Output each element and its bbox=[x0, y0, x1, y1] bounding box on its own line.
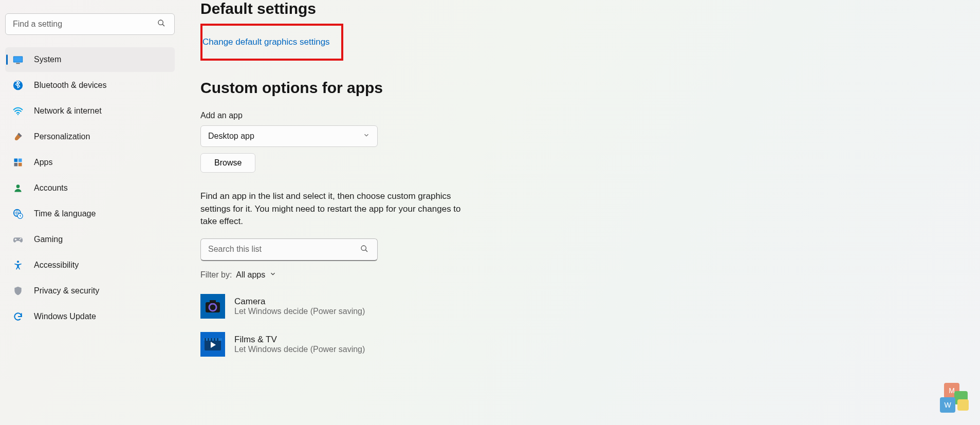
default-settings-heading: Default settings bbox=[200, 0, 959, 17]
wifi-icon bbox=[12, 105, 24, 117]
list-search-wrap bbox=[200, 238, 378, 261]
svg-rect-27 bbox=[208, 338, 209, 341]
svg-rect-10 bbox=[19, 163, 22, 167]
svg-rect-30 bbox=[217, 338, 218, 341]
chevron-down-icon bbox=[363, 132, 370, 141]
search-icon bbox=[360, 245, 368, 255]
help-text: Find an app in the list and select it, t… bbox=[200, 190, 478, 228]
nav-label: Windows Update bbox=[34, 312, 96, 321]
svg-rect-29 bbox=[214, 338, 215, 341]
sidebar: System Bluetooth & devices Network & int… bbox=[0, 0, 180, 425]
chevron-down-icon bbox=[269, 270, 276, 280]
nav-label: Personalization bbox=[34, 132, 90, 141]
svg-point-0 bbox=[158, 20, 163, 25]
svg-rect-25 bbox=[204, 338, 222, 341]
filter-value: All apps bbox=[236, 270, 265, 280]
list-search-input[interactable] bbox=[200, 238, 378, 261]
watermark-yellow bbox=[957, 399, 969, 411]
globe-clock-icon bbox=[12, 208, 24, 219]
svg-point-15 bbox=[20, 238, 21, 239]
nav-label: Accessibility bbox=[34, 261, 79, 270]
find-setting-search-wrap bbox=[5, 13, 175, 35]
nav-label: Privacy & security bbox=[34, 286, 99, 295]
svg-line-18 bbox=[365, 250, 367, 252]
nav-item-bluetooth[interactable]: Bluetooth & devices bbox=[5, 73, 175, 98]
filter-row[interactable]: Filter by: All apps bbox=[200, 270, 959, 280]
svg-point-17 bbox=[361, 246, 366, 250]
svg-rect-3 bbox=[14, 57, 23, 62]
nav-label: Time & language bbox=[34, 209, 96, 218]
nav-item-personalization[interactable]: Personalization bbox=[5, 124, 175, 149]
camera-app-icon bbox=[200, 294, 225, 319]
filter-label: Filter by: bbox=[200, 270, 232, 280]
svg-point-6 bbox=[17, 114, 19, 115]
app-title: Films & TV bbox=[234, 335, 365, 345]
custom-options-heading: Custom options for apps bbox=[200, 79, 959, 97]
app-title: Camera bbox=[234, 297, 365, 307]
brush-icon bbox=[12, 131, 24, 142]
svg-rect-26 bbox=[205, 338, 206, 341]
highlight-box: Change default graphics settings bbox=[200, 24, 343, 61]
add-app-label: Add an app bbox=[200, 111, 959, 120]
search-icon bbox=[157, 19, 165, 29]
svg-rect-22 bbox=[210, 300, 216, 303]
svg-point-16 bbox=[17, 261, 19, 263]
update-icon bbox=[12, 311, 24, 322]
nav-label: System bbox=[34, 55, 61, 64]
nav-item-system[interactable]: System bbox=[5, 47, 175, 72]
svg-rect-7 bbox=[14, 159, 18, 162]
nav-item-accounts[interactable]: Accounts bbox=[5, 176, 175, 200]
nav: System Bluetooth & devices Network & int… bbox=[5, 47, 175, 330]
gamepad-icon bbox=[12, 234, 24, 245]
nav-item-privacy[interactable]: Privacy & security bbox=[5, 279, 175, 303]
nav-label: Gaming bbox=[34, 235, 63, 244]
app-type-select[interactable]: Desktop app bbox=[200, 125, 378, 147]
nav-label: Apps bbox=[34, 158, 52, 167]
nav-label: Accounts bbox=[34, 183, 68, 193]
app-sub: Let Windows decide (Power saving) bbox=[234, 345, 365, 354]
watermark-w: W bbox=[940, 397, 955, 413]
nav-item-time-language[interactable]: Time & language bbox=[5, 201, 175, 226]
find-setting-input[interactable] bbox=[5, 13, 175, 35]
browse-button[interactable]: Browse bbox=[200, 153, 255, 173]
display-icon bbox=[12, 54, 24, 65]
app-row-films[interactable]: Films & TV Let Windows decide (Power sav… bbox=[200, 332, 959, 357]
select-value: Desktop app bbox=[208, 132, 254, 141]
nav-item-apps[interactable]: Apps bbox=[5, 150, 175, 175]
nav-item-windows-update[interactable]: Windows Update bbox=[5, 304, 175, 329]
svg-rect-4 bbox=[16, 63, 20, 64]
svg-rect-28 bbox=[211, 338, 212, 341]
svg-rect-9 bbox=[14, 163, 18, 167]
watermark-logo: M W bbox=[937, 382, 968, 413]
app-row-camera[interactable]: Camera Let Windows decide (Power saving) bbox=[200, 294, 959, 319]
main-content: Default settings Change default graphics… bbox=[180, 0, 980, 425]
nav-item-network[interactable]: Network & internet bbox=[5, 99, 175, 123]
change-default-graphics-link[interactable]: Change default graphics settings bbox=[202, 37, 330, 47]
app-sub: Let Windows decide (Power saving) bbox=[234, 307, 365, 316]
nav-item-gaming[interactable]: Gaming bbox=[5, 227, 175, 252]
films-app-icon bbox=[200, 332, 225, 357]
svg-point-14 bbox=[20, 239, 21, 240]
nav-label: Bluetooth & devices bbox=[34, 81, 106, 90]
accessibility-icon bbox=[12, 260, 24, 271]
svg-line-1 bbox=[162, 24, 164, 26]
nav-label: Network & internet bbox=[34, 106, 102, 116]
person-icon bbox=[12, 182, 24, 194]
svg-point-11 bbox=[16, 184, 20, 188]
apps-icon bbox=[12, 157, 24, 168]
nav-item-accessibility[interactable]: Accessibility bbox=[5, 253, 175, 278]
shield-icon bbox=[12, 285, 24, 297]
svg-rect-8 bbox=[19, 159, 22, 162]
bluetooth-icon bbox=[12, 80, 24, 91]
